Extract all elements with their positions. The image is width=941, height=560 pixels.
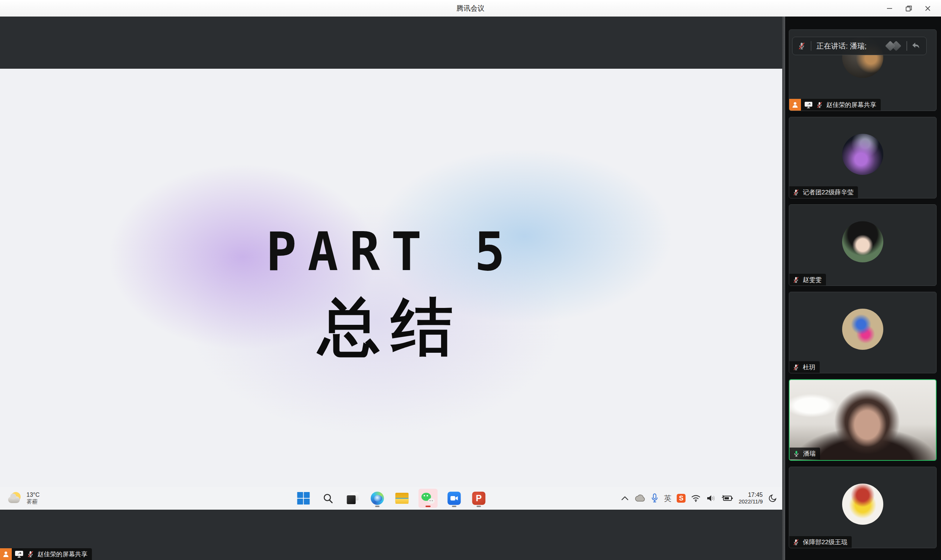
avatar bbox=[842, 221, 883, 262]
muted-mic-icon bbox=[816, 102, 823, 108]
volume-tray-button[interactable] bbox=[706, 494, 716, 502]
screen-share-label: 赵佳荣的屏幕共享 bbox=[37, 550, 88, 558]
screen-share-icon bbox=[804, 102, 813, 108]
wifi-icon bbox=[691, 495, 701, 502]
file-explorer-button[interactable] bbox=[394, 489, 410, 508]
minimize-icon bbox=[886, 5, 893, 12]
edge-icon bbox=[371, 492, 384, 505]
shared-screen-area: PART 5 总结 13°C 雾霾 bbox=[0, 17, 782, 560]
avatar bbox=[842, 483, 883, 525]
screen-share-status-pill: 赵佳荣的屏幕共享 bbox=[0, 548, 92, 560]
task-view-icon bbox=[347, 492, 359, 504]
onedrive-tray-button[interactable] bbox=[635, 495, 645, 502]
participant-tile[interactable]: 杜玥 bbox=[789, 292, 936, 373]
divider bbox=[811, 41, 811, 51]
muted-mic-icon bbox=[793, 276, 799, 283]
night-mode-tray-button[interactable] bbox=[768, 494, 777, 503]
sun-cloud-icon bbox=[8, 492, 22, 505]
presentation-slide: PART 5 总结 bbox=[0, 69, 782, 487]
active-speaker-text: 正在讲话: 潘瑞; bbox=[816, 41, 886, 51]
clock-date: 2022/11/9 bbox=[738, 498, 763, 505]
battery-tray-button[interactable] bbox=[721, 495, 733, 502]
sogou-input-icon[interactable]: S bbox=[677, 494, 685, 503]
participant-tile-active-speaker[interactable]: 潘瑞 bbox=[789, 379, 936, 461]
unmuted-mic-icon bbox=[793, 450, 800, 457]
microphone-tray-button[interactable] bbox=[651, 494, 658, 503]
powerpoint-button[interactable]: P bbox=[471, 489, 487, 508]
window-controls bbox=[880, 0, 937, 17]
restore-icon bbox=[905, 5, 913, 12]
restore-button[interactable] bbox=[899, 2, 918, 15]
presenter-badge-icon bbox=[0, 548, 12, 560]
muted-mic-icon bbox=[27, 551, 34, 558]
active-speaker-bar[interactable]: 正在讲话: 潘瑞; bbox=[792, 37, 927, 55]
taskbar-app-icons: P bbox=[296, 487, 487, 510]
close-icon bbox=[924, 5, 932, 12]
tray-expand-chevron[interactable] bbox=[621, 496, 629, 501]
close-button[interactable] bbox=[918, 2, 937, 15]
participant-name: 潘瑞 bbox=[803, 449, 816, 458]
wifi-tray-button[interactable] bbox=[691, 495, 701, 502]
muted-mic-icon bbox=[793, 539, 799, 546]
weather-temperature: 13°C bbox=[26, 492, 40, 498]
windows-taskbar: 13°C 雾霾 bbox=[0, 487, 782, 510]
powerpoint-icon: P bbox=[472, 492, 485, 505]
windows-logo-icon bbox=[297, 492, 310, 505]
taskbar-clock[interactable]: 17:45 2022/11/9 bbox=[738, 492, 763, 505]
weather-condition: 雾霾 bbox=[26, 498, 40, 505]
cloud-icon bbox=[635, 495, 645, 502]
screen-share-icon bbox=[15, 551, 23, 558]
folder-icon bbox=[396, 493, 409, 504]
minimize-button[interactable] bbox=[880, 2, 899, 15]
participant-tile[interactable]: 赵雯雯 bbox=[789, 204, 936, 286]
muted-mic-icon bbox=[798, 42, 806, 50]
window-title: 腾讯会议 bbox=[0, 0, 941, 17]
participant-tile[interactable]: 保障部22级王琨 bbox=[789, 467, 936, 548]
presenter-badge-icon bbox=[789, 99, 801, 111]
start-button[interactable] bbox=[296, 489, 312, 508]
divider bbox=[906, 41, 907, 51]
muted-mic-icon bbox=[793, 364, 799, 371]
back-arrow-icon[interactable] bbox=[911, 41, 921, 51]
microphone-icon bbox=[651, 494, 658, 503]
search-icon bbox=[323, 493, 334, 504]
wechat-button[interactable] bbox=[419, 489, 438, 508]
battery-charging-icon bbox=[721, 495, 733, 502]
wechat-icon bbox=[422, 493, 435, 504]
participant-name: 记者团22级薛辛莹 bbox=[803, 188, 853, 197]
participant-name: 赵佳荣的屏幕共享 bbox=[826, 101, 876, 109]
muted-mic-icon bbox=[793, 189, 799, 196]
system-tray: 英 S 17:45 2022/11/9 bbox=[621, 487, 777, 510]
speaker-icon bbox=[706, 494, 716, 502]
input-method-indicator[interactable]: 英 bbox=[664, 494, 671, 503]
window-titlebar: 腾讯会议 bbox=[0, 0, 941, 17]
tencent-meeting-logo-icon bbox=[886, 40, 903, 51]
tencent-meeting-button[interactable] bbox=[446, 489, 462, 508]
avatar bbox=[842, 134, 883, 175]
slide-subtitle: 总结 bbox=[0, 286, 782, 370]
avatar bbox=[842, 309, 883, 350]
chevron-up-icon bbox=[621, 496, 629, 501]
moon-icon bbox=[768, 494, 777, 503]
taskbar-weather-widget[interactable]: 13°C 雾霾 bbox=[8, 487, 40, 510]
participant-tile[interactable]: 记者团22级薛辛莹 bbox=[789, 117, 936, 198]
participants-sidebar: 正在讲话: 潘瑞; 赵佳荣的屏幕共享 bbox=[785, 17, 941, 560]
participant-name: 赵雯雯 bbox=[803, 275, 822, 284]
slide-title: PART 5 bbox=[0, 221, 782, 283]
search-button[interactable] bbox=[320, 489, 336, 508]
task-view-button[interactable] bbox=[345, 489, 361, 508]
clock-time: 17:45 bbox=[748, 492, 763, 498]
tencent-meeting-icon bbox=[448, 492, 461, 505]
sidebar-resize-handle[interactable] bbox=[782, 17, 785, 560]
edge-browser-button[interactable] bbox=[370, 489, 386, 508]
participant-name: 保障部22级王琨 bbox=[803, 538, 847, 546]
participant-name: 杜玥 bbox=[803, 363, 815, 371]
